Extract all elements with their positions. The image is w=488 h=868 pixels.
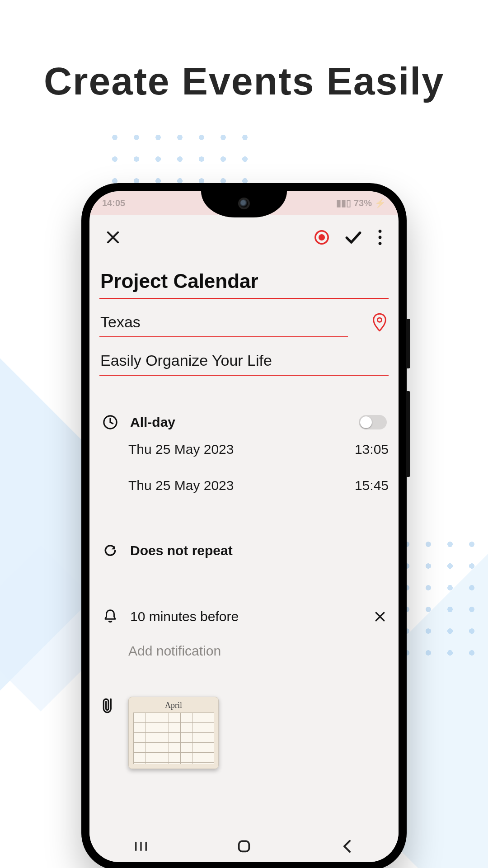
phone-frame: 14:05 ▮▮▯ 73% ⚡ <box>81 183 407 868</box>
check-icon <box>343 227 363 247</box>
android-nav-bar <box>89 830 399 862</box>
svg-rect-7 <box>239 841 249 852</box>
attachment-icon[interactable] <box>101 697 116 715</box>
bell-icon <box>101 609 119 624</box>
end-date: Thu 25 May 2023 <box>128 478 234 493</box>
add-notification-button[interactable]: Add notification <box>99 643 389 659</box>
back-icon <box>341 840 353 853</box>
remove-notification-button[interactable] <box>373 610 387 623</box>
event-location-text: Texas <box>100 313 347 331</box>
svg-point-3 <box>379 236 382 239</box>
recent-icon <box>134 841 148 852</box>
nav-back-button[interactable] <box>336 835 358 858</box>
repeat-icon <box>101 543 119 558</box>
start-datetime-row[interactable]: Thu 25 May 2023 13:05 <box>99 442 389 457</box>
attachment-thumbnail[interactable] <box>128 697 219 769</box>
clock-icon <box>101 415 119 430</box>
event-title-text: Project Calendar <box>100 270 388 292</box>
end-time: 15:45 <box>355 478 389 493</box>
close-icon <box>104 229 122 246</box>
event-description-input[interactable]: Easily Organize Your Life <box>99 345 389 376</box>
location-pin-icon <box>372 313 387 331</box>
nav-recent-button[interactable] <box>130 835 152 858</box>
notification-row[interactable]: 10 minutes before <box>99 603 389 631</box>
start-time: 13:05 <box>355 442 389 457</box>
more-options-button[interactable] <box>372 225 388 250</box>
app-bar <box>89 215 399 255</box>
phone-screen: 14:05 ▮▮▯ 73% ⚡ <box>89 191 399 862</box>
record-circle-icon <box>314 230 329 245</box>
close-button[interactable] <box>100 225 126 250</box>
status-charging-icon: ⚡ <box>375 198 386 208</box>
home-icon <box>236 839 252 854</box>
repeat-row[interactable]: Does not repeat <box>99 537 389 565</box>
color-picker-button[interactable] <box>309 225 334 250</box>
status-battery: 73% <box>354 198 372 208</box>
svg-point-5 <box>377 318 381 322</box>
svg-point-1 <box>319 234 325 241</box>
save-button[interactable] <box>341 225 366 250</box>
more-vertical-icon <box>378 230 382 245</box>
event-description-text: Easily Organize Your Life <box>100 352 388 369</box>
svg-point-2 <box>379 230 382 233</box>
phone-side-button <box>406 319 410 368</box>
repeat-label: Does not repeat <box>130 543 387 558</box>
start-date: Thu 25 May 2023 <box>128 442 234 457</box>
end-datetime-row[interactable]: Thu 25 May 2023 15:45 <box>99 478 389 493</box>
location-pin-button[interactable] <box>372 313 387 331</box>
event-location-input[interactable]: Texas <box>99 307 348 337</box>
notification-label: 10 minutes before <box>130 609 362 624</box>
event-title-input[interactable]: Project Calendar <box>99 264 389 299</box>
nav-home-button[interactable] <box>233 835 255 858</box>
all-day-toggle[interactable] <box>359 415 387 429</box>
status-signal-icon: ▮▮▯ <box>336 198 351 208</box>
status-time: 14:05 <box>102 198 125 208</box>
svg-point-4 <box>379 242 382 245</box>
front-camera <box>238 198 250 209</box>
close-icon <box>373 610 387 623</box>
all-day-row: All-day <box>99 408 389 436</box>
all-day-label: All-day <box>130 415 348 430</box>
promo-headline: Create Events Easily <box>0 59 488 104</box>
phone-side-button <box>406 391 410 477</box>
